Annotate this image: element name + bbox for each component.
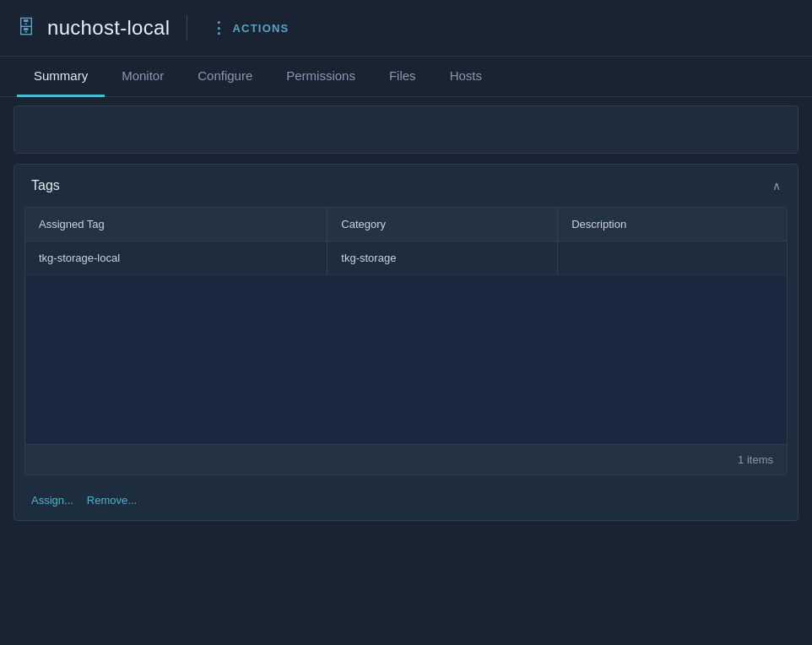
col-assigned-tag: Assigned Tag [25,208,328,241]
col-description: Description [558,208,787,241]
tags-table-container: Assigned Tag Category Description tkg-st… [24,207,788,475]
table-empty-row [25,275,787,444]
header-divider [187,15,187,41]
tags-header[interactable]: Tags ∧ [14,165,798,207]
actions-label: ACTIONS [233,22,290,35]
top-card [14,106,798,154]
actions-button[interactable]: ⋮ ACTIONS [204,17,295,39]
page-header: 🗄 nuchost-local ⋮ ACTIONS [0,0,812,57]
col-category: Category [328,208,558,241]
tab-hosts[interactable]: Hosts [433,57,499,97]
tab-monitor[interactable]: Monitor [105,57,181,97]
cell-category: tkg-storage [328,241,558,275]
table-empty-area [25,275,787,444]
chevron-up-icon: ∧ [772,179,781,192]
tags-section: Tags ∧ Assigned Tag Category Description [14,164,798,521]
remove-link[interactable]: Remove... [87,494,137,507]
cell-assigned-tag: tkg-storage-local [25,241,328,275]
assign-link[interactable]: Assign... [31,494,73,507]
page-wrapper: 🗄 nuchost-local ⋮ ACTIONS Summary Monito… [0,0,812,534]
content-area: Tags ∧ Assigned Tag Category Description [0,97,812,534]
actions-dots-icon: ⋮ [211,20,227,35]
tab-files[interactable]: Files [372,57,433,97]
tab-configure[interactable]: Configure [181,57,269,97]
table-row[interactable]: tkg-storage-local tkg-storage [25,241,787,275]
table-header-row: Assigned Tag Category Description [25,208,787,241]
navigation-tabs: Summary Monitor Configure Permissions Fi… [0,57,812,97]
top-card-content [14,106,798,153]
tab-summary[interactable]: Summary [17,57,105,97]
tags-title: Tags [31,178,60,193]
cell-description [558,241,787,275]
database-icon: 🗄 [17,17,35,39]
tab-permissions[interactable]: Permissions [269,57,372,97]
table-footer: 1 items [25,444,787,474]
card-actions: Assign... Remove... [14,485,798,520]
page-title: nuchost-local [47,16,170,40]
tags-table: Assigned Tag Category Description tkg-st… [25,208,787,444]
